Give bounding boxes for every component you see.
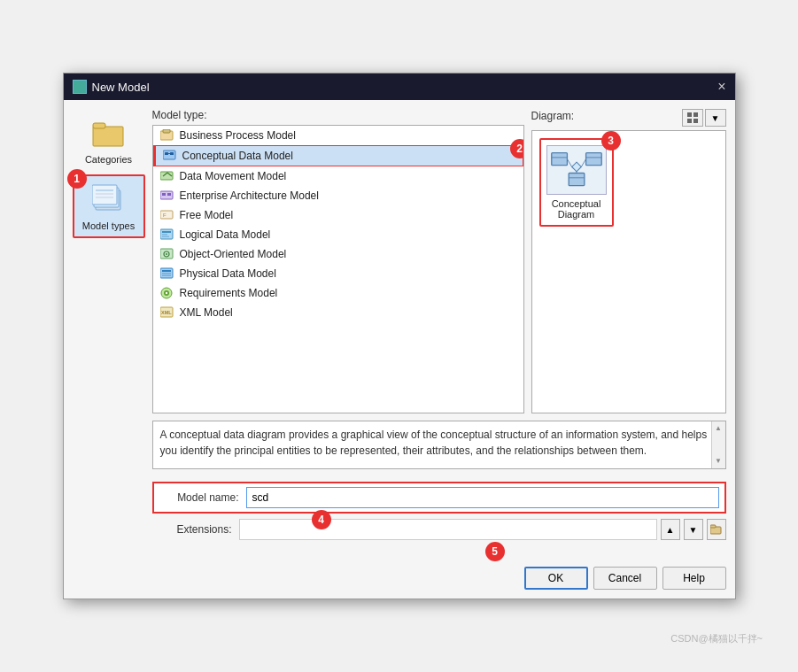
- help-button[interactable]: Help: [662, 567, 726, 590]
- badge-5: 5: [485, 542, 505, 561]
- logical-data-label: Logical Data Model: [180, 228, 271, 241]
- extensions-up-btn[interactable]: ▲: [661, 519, 680, 540]
- scroll-bar[interactable]: ▲ ▼: [711, 421, 725, 468]
- watermark: CSDN@橘猫以千拌~: [670, 632, 763, 645]
- svg-rect-12: [170, 152, 174, 155]
- list-item-data-movement[interactable]: Data Movement Model: [153, 166, 523, 186]
- model-types-icon: [92, 183, 126, 215]
- extensions-row: Extensions: ▲ ▼ 4: [152, 519, 726, 540]
- svg-rect-39: [693, 119, 698, 123]
- list-item-conceptual-data[interactable]: Conceptual Data Model 2: [153, 145, 523, 166]
- svg-rect-37: [693, 112, 698, 117]
- svg-rect-30: [162, 275, 171, 277]
- scroll-up[interactable]: ▲: [712, 421, 725, 434]
- xml-icon: XML: [160, 306, 174, 319]
- categories-label: Categories: [85, 154, 132, 165]
- sidebar-item-model-types[interactable]: Model types 1: [73, 174, 145, 238]
- svg-marker-46: [571, 162, 581, 172]
- extensions-down-btn[interactable]: ▼: [684, 519, 703, 540]
- logical-data-icon: [160, 228, 174, 241]
- model-diagram-section: Model type: Business Process Model: [152, 109, 726, 413]
- svg-rect-28: [162, 270, 171, 272]
- data-movement-label: Data Movement Model: [180, 170, 287, 182]
- badge-4: 4: [312, 510, 331, 529]
- physical-data-label: Physical Data Model: [180, 267, 276, 280]
- list-item-physical-data[interactable]: Physical Data Model: [153, 264, 523, 283]
- object-oriented-icon: [160, 248, 174, 260]
- diagram-panel: Diagram: ▼: [531, 109, 726, 413]
- data-movement-icon: [160, 170, 174, 182]
- free-model-icon: F: [160, 209, 174, 221]
- free-model-label: Free Model: [180, 209, 234, 221]
- svg-rect-40: [551, 153, 567, 166]
- svg-rect-23: [162, 236, 169, 238]
- diagram-item-conceptual[interactable]: ConceptualDiagram 3: [539, 138, 614, 227]
- diagram-area: ConceptualDiagram 3: [531, 130, 726, 413]
- svg-text:F: F: [163, 212, 167, 218]
- svg-rect-10: [163, 151, 175, 159]
- dialog-body: Categories Model types: [64, 100, 735, 560]
- svg-line-48: [581, 159, 585, 167]
- title-bar: New Model ×: [64, 73, 735, 100]
- svg-rect-38: [687, 119, 692, 123]
- list-item-free-model[interactable]: F Free Model: [153, 205, 523, 225]
- model-name-input[interactable]: [246, 487, 719, 508]
- conceptual-data-label: Conceptual Data Model: [182, 150, 293, 162]
- requirements-label: Requirements Model: [180, 287, 278, 299]
- conceptual-diag-preview: [550, 150, 603, 190]
- ok-button[interactable]: OK: [524, 567, 588, 590]
- model-list: Business Process Model Conceptual Data M…: [152, 125, 524, 413]
- enterprise-arch-icon: [160, 189, 174, 202]
- svg-rect-51: [710, 525, 716, 528]
- svg-rect-1: [93, 123, 105, 128]
- list-item-logical-data[interactable]: Logical Data Model: [153, 225, 523, 244]
- form-section: Model name: Extensions: ▲ ▼: [152, 476, 726, 551]
- new-model-dialog: New Model × Categories: [63, 73, 736, 599]
- list-item-xml[interactable]: XML XML Model: [153, 303, 523, 322]
- dropdown-button[interactable]: ▼: [705, 109, 726, 127]
- badge-3: 3: [601, 131, 621, 151]
- svg-line-47: [567, 159, 571, 167]
- model-name-label: Model name:: [159, 491, 239, 504]
- svg-rect-44: [569, 174, 585, 186]
- svg-rect-16: [162, 193, 166, 196]
- svg-rect-4: [92, 185, 117, 205]
- extensions-input[interactable]: [239, 519, 657, 540]
- grid-view-button[interactable]: [682, 109, 703, 127]
- svg-point-33: [165, 292, 167, 294]
- dialog-icon: [73, 80, 87, 94]
- list-item-enterprise-arch[interactable]: Enterprise Architecture Model: [153, 186, 523, 205]
- cancel-button[interactable]: Cancel: [593, 567, 657, 590]
- list-item-business-process[interactable]: Business Process Model: [153, 126, 523, 145]
- physical-data-icon: [160, 267, 174, 280]
- diagram-view-btn[interactable]: ▼: [682, 109, 726, 127]
- svg-rect-0: [93, 127, 123, 146]
- model-type-label: Model type:: [152, 109, 524, 121]
- scroll-down[interactable]: ▼: [712, 456, 725, 468]
- sidebar-item-categories[interactable]: Categories: [73, 109, 145, 171]
- model-types-label: Model types: [82, 220, 135, 231]
- business-process-label: Business Process Model: [180, 129, 296, 142]
- xml-label: XML Model: [180, 306, 233, 319]
- description-text: A conceptual data diagram provides a gra…: [160, 429, 708, 457]
- conceptual-diagram-label: ConceptualDiagram: [552, 198, 601, 220]
- model-name-row: Model name:: [152, 482, 726, 514]
- svg-rect-22: [162, 234, 167, 236]
- list-item-requirements[interactable]: Requirements Model: [153, 283, 523, 303]
- svg-rect-11: [165, 152, 168, 155]
- svg-rect-9: [163, 129, 170, 133]
- svg-rect-21: [162, 231, 171, 233]
- conceptual-data-icon: [163, 150, 177, 162]
- extensions-browse-btn[interactable]: [707, 519, 726, 540]
- list-item-object-oriented[interactable]: Object-Oriented Model: [153, 244, 523, 264]
- model-types-icon-box: [91, 182, 127, 217]
- close-button[interactable]: ×: [717, 79, 725, 95]
- button-row: 5 OK Cancel Help: [64, 560, 735, 599]
- browse-icon: [710, 524, 723, 535]
- badge-2: 2: [510, 139, 524, 158]
- dialog-title: New Model: [92, 81, 150, 94]
- enterprise-arch-label: Enterprise Architecture Model: [180, 189, 319, 202]
- requirements-icon: [160, 287, 174, 299]
- object-oriented-label: Object-Oriented Model: [180, 248, 287, 260]
- diagram-grid-header: Diagram: ▼: [531, 109, 726, 127]
